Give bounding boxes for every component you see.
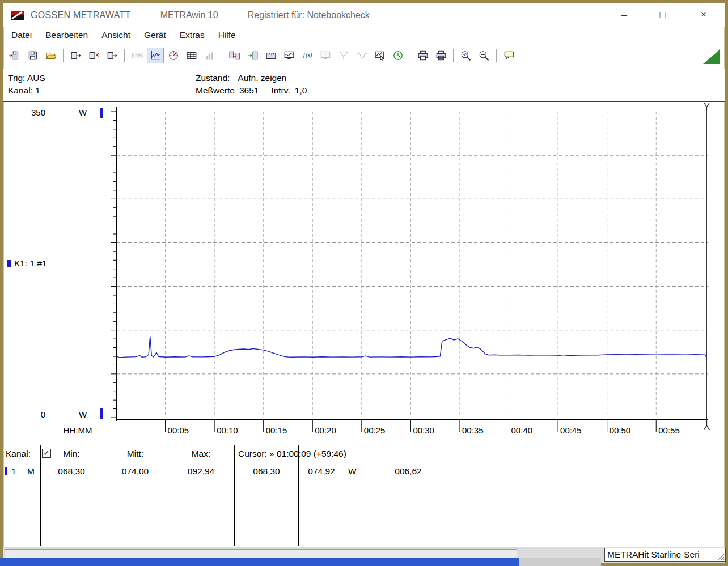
print-button[interactable] [414,48,431,63]
device-read-icon [247,50,259,61]
menu-hilfe[interactable]: Hilfe [211,28,243,44]
row-cursor-value: 068,30 [235,466,298,476]
svg-text:00:50: 00:50 [610,425,631,435]
header-mitt: Mitt: [103,449,167,459]
menu-ansicht[interactable]: Ansicht [95,28,137,44]
zustand-value: Aufn. zeigen [238,73,286,83]
open-file-icon [9,50,20,61]
channel-split-icon [338,50,349,61]
channel-row-swatch [5,467,7,475]
device-config-button[interactable] [263,48,280,63]
online-display-button[interactable] [281,48,298,63]
svg-text:00:10: 00:10 [217,425,238,435]
comment-icon [503,50,515,61]
svg-text:00:45: 00:45 [560,425,582,435]
digital-display-icon: 1235 [132,50,143,61]
clear-memory-icon [88,50,100,61]
line-chart-view-icon [150,50,161,61]
toolbar-separator [63,49,64,62]
waveform-button[interactable] [353,48,370,63]
save-file-button[interactable] [24,48,41,63]
table-divider [168,445,168,546]
clear-memory-button[interactable] [86,48,103,63]
svg-text:W: W [79,108,87,117]
row-mitt: 074,00 [103,466,167,476]
zoom-in-icon [460,50,472,61]
toolbar-separator [453,49,454,62]
analog-meter-view-button[interactable] [165,48,182,63]
online-display-icon [283,50,295,61]
menu-bar: Datei Bearbeiten Ansicht Gerät Extras Hi… [5,27,723,44]
function-fx-button[interactable]: ƒ(x) [299,48,316,63]
toolbar-separator [410,49,411,62]
offline-display-button[interactable] [317,48,334,63]
menu-geraet[interactable]: Gerät [137,28,173,44]
resize-grip[interactable] [716,552,725,561]
svg-text:00:30: 00:30 [413,425,434,435]
brand-name: GOSSEN METRAWATT [31,10,131,20]
export-data-icon [70,50,82,61]
annotate-chart-button[interactable] [371,48,388,63]
comment-button[interactable] [501,48,518,63]
svg-text:1235: 1235 [133,54,142,58]
device-config-icon [265,50,277,61]
function-fx-icon: ƒ(x) [302,50,313,61]
channel-split-button[interactable] [335,48,352,63]
device-transfer-button[interactable] [226,48,243,63]
application-window: GOSSEN METRAWATT METRAwin 10 Registriert… [0,0,728,566]
intrv-value: 1,0 [295,86,307,95]
table-view-button[interactable] [183,48,200,63]
print-setup-button[interactable] [433,48,450,63]
maximize-button[interactable]: □ [653,7,672,23]
svg-text:0: 0 [41,410,45,419]
table-divider [365,445,365,546]
zoom-out-button[interactable] [476,48,493,63]
toolbar-separator [496,49,497,62]
device-read-button[interactable] [244,48,261,63]
corner-triangle-icon [703,49,720,64]
annotate-chart-icon [374,50,386,61]
open-file-button[interactable] [6,48,23,63]
svg-text:00:05: 00:05 [168,425,189,435]
taskbar-strip [0,558,519,566]
power-chart[interactable]: 00:0500:1000:1500:2000:2500:3000:3500:40… [0,102,728,445]
digital-display-button[interactable]: 1235 [129,48,146,63]
menu-datei[interactable]: Datei [5,28,39,44]
row-flag: M [27,466,35,476]
chart-panel: 00:0500:1000:1500:2000:2500:3000:3500:40… [0,102,728,445]
chart-top-border [3,101,725,102]
svg-text:HH:MM: HH:MM [64,425,92,435]
menu-bearbeiten[interactable]: Bearbeiten [39,28,95,44]
device-panel: METRAHit Starline-Seri [604,548,726,562]
row-cursor-delta: 006,62 [369,466,448,476]
registered-label: Registriert für: Notebookcheck [248,10,370,20]
channel-color-swatch [7,260,11,267]
kanal-status: Kanal: 1 [8,84,45,97]
header-max: Max: [168,449,234,459]
menu-extras[interactable]: Extras [173,28,211,44]
row-max: 092,94 [168,466,234,476]
zustand-label: Zustand: [196,73,230,83]
send-data-icon [107,50,118,61]
zoom-in-button[interactable] [458,48,475,63]
device-transfer-icon [229,50,240,61]
channel-legend: K1: 1.#1 [7,258,47,269]
open-folder-button[interactable] [43,48,60,63]
send-data-button[interactable] [104,48,121,63]
svg-text:00:40: 00:40 [511,425,533,435]
export-data-button[interactable] [67,48,84,63]
line-chart-view-button[interactable] [147,48,164,63]
row-cursor-mean: 074,92 [299,466,344,476]
minimize-button[interactable]: – [615,7,634,23]
svg-text:W: W [79,410,87,419]
timer-icon [392,50,404,61]
timer-button[interactable] [390,48,407,63]
toolbar-divider [3,67,725,67]
table-divider [103,445,103,546]
trig-status: Trig: AUS [8,72,45,84]
histogram-view-button[interactable] [201,48,218,63]
close-button[interactable]: × [694,7,713,23]
table-view-icon [186,50,197,61]
messwerte-label: Meßwerte [196,86,235,95]
status-panel: Trig: AUS Kanal: 1 Zustand:Aufn. zeigen … [3,69,725,101]
